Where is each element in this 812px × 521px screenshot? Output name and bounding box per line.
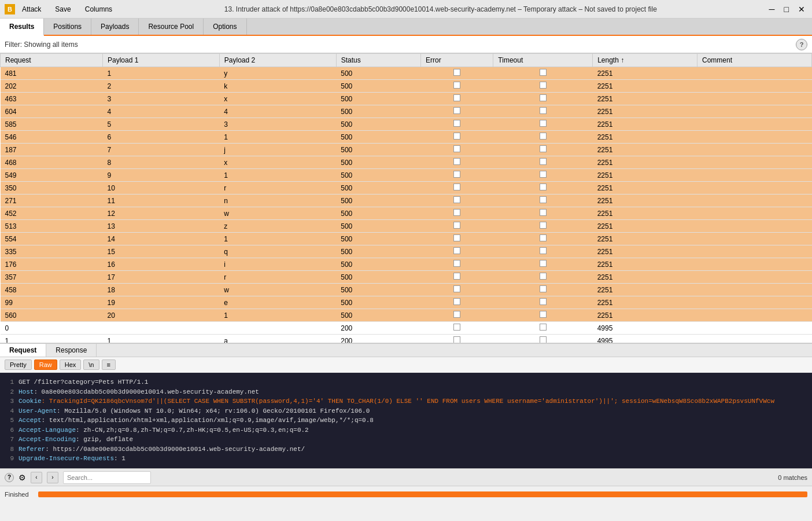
tab-response[interactable]: Response <box>46 344 97 357</box>
filter-bar: Filter: Showing all items ? <box>0 36 812 53</box>
title-bar-menu: Attack Save Columns <box>20 4 115 14</box>
table-row[interactable]: 554 14 1 500 2251 <box>1 233 812 245</box>
search-input[interactable] <box>63 471 151 484</box>
cell-payload1 <box>102 322 219 335</box>
cell-payload2: x <box>219 93 336 105</box>
close-button[interactable]: ✕ <box>796 5 807 14</box>
line-number: 8 <box>7 445 14 454</box>
cell-error <box>421 156 493 169</box>
format-raw[interactable]: Raw <box>34 359 57 370</box>
col-payload2[interactable]: Payload 2 <box>219 54 336 67</box>
cell-timeout <box>493 93 593 105</box>
cell-length: 2251 <box>593 131 697 144</box>
format-hex[interactable]: Hex <box>60 359 82 370</box>
nav-back-button[interactable]: ‹ <box>31 472 42 483</box>
tab-positions[interactable]: Positions <box>44 19 91 35</box>
menu-save[interactable]: Save <box>53 4 73 14</box>
table-row[interactable]: 1 1 a 200 4995 <box>1 335 812 343</box>
cell-payload1: 8 <box>102 156 219 169</box>
tab-resource-pool[interactable]: Resource Pool <box>139 19 204 35</box>
code-content: Host: 0a8e00e803cdabb5c00b3d9000e10014.w… <box>19 387 805 397</box>
table-row[interactable]: 585 5 3 500 2251 <box>1 118 812 131</box>
cell-payload2: q <box>219 245 336 258</box>
status-gear-button[interactable]: ⚙ <box>19 473 26 482</box>
tab-request[interactable]: Request <box>0 344 46 357</box>
tab-payloads[interactable]: Payloads <box>91 19 139 35</box>
maximize-button[interactable]: □ <box>782 5 791 14</box>
cell-request: 513 <box>1 220 103 233</box>
cell-request: 463 <box>1 93 103 105</box>
col-timeout[interactable]: Timeout <box>493 54 593 67</box>
table-row[interactable]: 271 11 n 500 2251 <box>1 195 812 207</box>
col-request[interactable]: Request <box>1 54 103 67</box>
cell-comment <box>697 335 812 343</box>
finished-label: Finished <box>5 491 34 498</box>
cell-status: 500 <box>336 169 420 182</box>
cell-payload1: 19 <box>102 296 219 309</box>
table-row[interactable]: 202 2 k 500 2251 <box>1 80 812 93</box>
table-row[interactable]: 335 15 q 500 2251 <box>1 245 812 258</box>
format-render[interactable]: \n <box>83 359 99 370</box>
table-row[interactable]: 549 9 1 500 2251 <box>1 169 812 182</box>
bottom-panel: Request Response Pretty Raw Hex \n ≡ 1 G… <box>0 343 812 468</box>
code-content: Cookie: TrackingId=QK2186qbcVnsom7d'||(S… <box>19 397 805 406</box>
minimize-button[interactable]: ─ <box>767 5 777 14</box>
code-line: 3 Cookie: TrackingId=QK2186qbcVnsom7d'||… <box>7 397 805 406</box>
col-error[interactable]: Error <box>421 54 493 67</box>
bottom-tabs: Request Response <box>0 344 812 357</box>
cell-request: 335 <box>1 245 103 258</box>
table-row[interactable]: 468 8 x 500 2251 <box>1 156 812 169</box>
cell-status: 500 <box>336 258 420 271</box>
cell-length: 2251 <box>593 67 697 80</box>
cell-error <box>421 284 493 296</box>
cell-request: 458 <box>1 284 103 296</box>
cell-error <box>421 80 493 93</box>
col-status[interactable]: Status <box>336 54 420 67</box>
results-table: Request Payload 1 Payload 2 Status Error… <box>0 53 812 343</box>
tab-results[interactable]: Results <box>0 19 44 36</box>
format-list[interactable]: ≡ <box>102 359 116 370</box>
code-content: Upgrade-Insecure-Requests: 1 <box>19 454 805 464</box>
cell-status: 200 <box>336 322 420 335</box>
table-row[interactable]: 463 3 x 500 2251 <box>1 93 812 105</box>
col-comment[interactable]: Comment <box>697 54 812 67</box>
code-line: 5 Accept: text/html,application/xhtml+xm… <box>7 416 805 425</box>
menu-attack[interactable]: Attack <box>20 4 43 14</box>
menu-columns[interactable]: Columns <box>83 4 115 14</box>
cell-payload2: 1 <box>219 309 336 322</box>
tab-bar: Results Positions Payloads Resource Pool… <box>0 19 812 36</box>
cell-request: 604 <box>1 105 103 118</box>
cell-payload1: 15 <box>102 245 219 258</box>
table-row[interactable]: 458 18 w 500 2251 <box>1 284 812 296</box>
cell-payload1: 3 <box>102 93 219 105</box>
col-payload1[interactable]: Payload 1 <box>102 54 219 67</box>
status-help-button[interactable]: ? <box>5 473 14 482</box>
table-row[interactable]: 604 4 4 500 2251 <box>1 105 812 118</box>
cell-error <box>421 118 493 131</box>
filter-help-button[interactable]: ? <box>796 39 807 50</box>
table-row[interactable]: 99 19 e 500 2251 <box>1 296 812 309</box>
table-row[interactable]: 560 20 1 500 2251 <box>1 309 812 322</box>
cell-length: 2251 <box>593 169 697 182</box>
col-length[interactable]: Length ↑ <box>593 54 697 67</box>
table-row[interactable]: 452 12 w 500 2251 <box>1 207 812 220</box>
table-row[interactable]: 350 10 r 500 2251 <box>1 182 812 195</box>
table-row[interactable]: 187 7 j 500 2251 <box>1 144 812 156</box>
cell-error <box>421 296 493 309</box>
cell-request: 99 <box>1 296 103 309</box>
code-line: 7 Accept-Encoding: gzip, deflate <box>7 435 805 445</box>
line-number: 7 <box>7 435 14 445</box>
table-row[interactable]: 357 17 r 500 2251 <box>1 271 812 284</box>
line-number: 1 <box>7 377 14 387</box>
table-row[interactable]: 513 13 z 500 2251 <box>1 220 812 233</box>
table-row[interactable]: 481 1 y 500 2251 <box>1 67 812 80</box>
table-row[interactable]: 0 200 4995 <box>1 322 812 335</box>
cell-payload1: 1 <box>102 67 219 80</box>
table-row[interactable]: 176 16 i 500 2251 <box>1 258 812 271</box>
tab-options[interactable]: Options <box>204 19 246 35</box>
format-pretty[interactable]: Pretty <box>5 359 32 370</box>
nav-forward-button[interactable]: › <box>47 472 58 483</box>
table-row[interactable]: 546 6 1 500 2251 <box>1 131 812 144</box>
cell-timeout <box>493 156 593 169</box>
cell-request: 187 <box>1 144 103 156</box>
